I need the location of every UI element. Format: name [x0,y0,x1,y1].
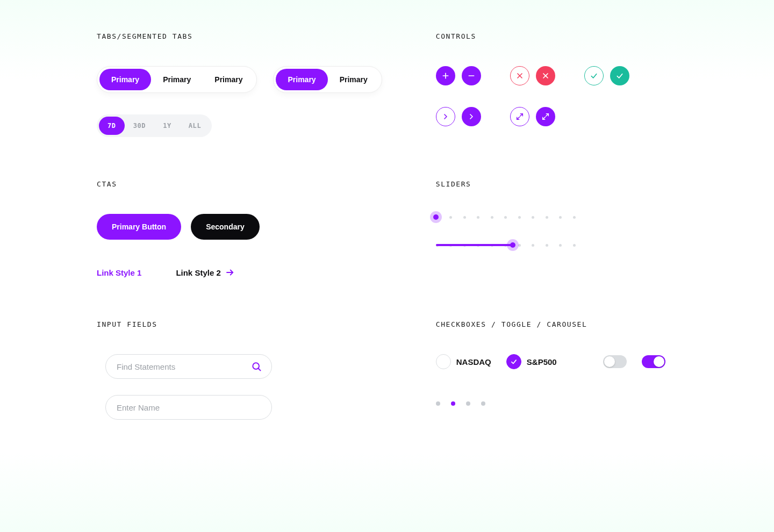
expand-outline-button[interactable] [510,107,529,126]
close-outline-button[interactable] [510,66,529,85]
check-icon [615,71,624,80]
carousel-dot-4[interactable] [481,401,485,406]
svg-line-13 [259,369,261,371]
check-icon [590,71,598,80]
seg2-tab-2[interactable]: Primary [328,69,379,90]
toggle-1[interactable] [603,355,627,368]
next-filled-button[interactable] [462,107,481,126]
search-input-wrap [105,354,272,379]
checkbox-sp500-label: S&P500 [527,357,557,366]
x-icon [541,71,550,80]
ctas-heading: CTAS [97,180,382,188]
section-checks: CHECKBOXES / TOGGLE / CAROUSEL NASDAQ S&… [436,320,677,420]
expand-icon [541,112,550,121]
chevron-right-icon [441,112,450,121]
tabs-heading: TABS/SEGMENTED TABS [97,32,382,40]
link-style-1[interactable]: Link Style 1 [97,268,141,277]
minus-icon [467,71,476,80]
time-tab-7d[interactable]: 7D [99,117,125,135]
arrow-right-icon [225,268,235,277]
check-icon [510,358,518,365]
secondary-button[interactable]: Secondary [191,214,260,240]
name-input-wrap [105,395,272,420]
segmented-tabs-3: Primary Primary Primary [97,66,257,93]
search-icon[interactable] [251,361,262,372]
carousel-dot-3[interactable] [466,401,470,406]
plus-icon [441,71,450,80]
sliders-heading: SLIDERS [436,180,677,188]
section-controls: CONTROLS [436,32,677,137]
section-sliders: SLIDERS [436,180,677,277]
chevron-right-icon [467,112,476,121]
remove-button[interactable] [462,66,481,85]
slider-2-thumb[interactable] [507,239,519,251]
checkbox-sp500[interactable]: S&P500 [506,354,557,369]
link-style-2[interactable]: Link Style 2 [176,268,234,277]
link-style-2-label: Link Style 2 [176,268,220,277]
name-input[interactable] [116,402,262,413]
seg2-tab-1[interactable]: Primary [276,69,327,90]
section-tabs: TABS/SEGMENTED TABS Primary Primary Prim… [97,32,382,137]
confirm-filled-button[interactable] [610,66,629,85]
search-input[interactable] [116,362,251,372]
x-icon [515,71,524,80]
next-outline-button[interactable] [436,107,455,126]
time-range-tabs: 7D 30D 1Y ALL [97,114,212,137]
confirm-outline-button[interactable] [584,66,604,85]
toggle-2[interactable] [642,355,665,368]
carousel-dot-2[interactable] [451,401,455,406]
section-ctas: CTAS Primary Button Secondary Link Style… [97,180,382,277]
segmented-tabs-2: Primary Primary [273,66,382,93]
add-button[interactable] [436,66,455,85]
time-tab-all[interactable]: ALL [180,117,210,135]
slider-1[interactable] [436,214,576,220]
expand-icon [515,112,524,121]
inputs-heading: INPUT FIELDS [97,320,382,328]
carousel-dots [436,401,677,406]
checkbox-nasdaq-label: NASDAQ [456,357,491,366]
time-tab-1y[interactable]: 1Y [154,117,180,135]
controls-heading: CONTROLS [436,32,677,40]
slider-2[interactable] [436,242,576,248]
checks-heading: CHECKBOXES / TOGGLE / CAROUSEL [436,320,677,328]
primary-button[interactable]: Primary Button [97,214,181,240]
slider-1-thumb[interactable] [430,211,442,223]
carousel-dot-1[interactable] [436,401,440,406]
seg3-tab-3[interactable]: Primary [203,69,254,90]
expand-filled-button[interactable] [536,107,555,126]
seg3-tab-1[interactable]: Primary [99,69,151,90]
close-filled-button[interactable] [536,66,555,85]
seg3-tab-2[interactable]: Primary [151,69,203,90]
checkbox-nasdaq[interactable]: NASDAQ [436,354,491,369]
section-inputs: INPUT FIELDS [97,320,382,420]
time-tab-30d[interactable]: 30D [125,117,154,135]
